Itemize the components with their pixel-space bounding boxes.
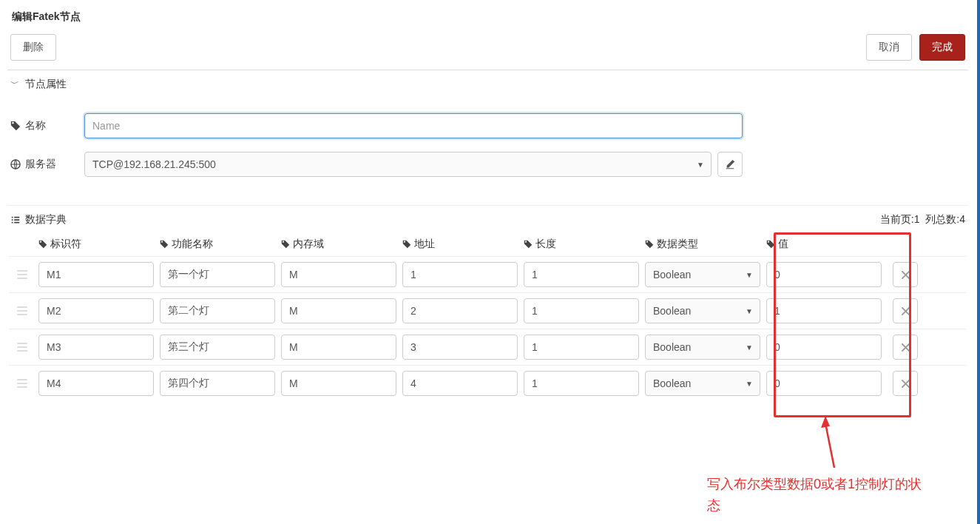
table-row: Boolean ▼ xyxy=(9,329,967,365)
identifier-input[interactable] xyxy=(38,371,154,396)
datatype-select[interactable]: Boolean xyxy=(645,371,760,396)
address-input[interactable] xyxy=(402,298,518,323)
server-select[interactable]: TCP@192.168.21.245:500 xyxy=(84,152,712,177)
datatype-select[interactable]: Boolean xyxy=(645,335,760,360)
globe-icon xyxy=(10,159,21,169)
length-input[interactable] xyxy=(524,335,639,360)
close-icon xyxy=(902,307,910,315)
toolbar: 删除 取消 完成 xyxy=(7,34,968,70)
identifier-input[interactable] xyxy=(38,335,154,360)
chevron-down-icon: ﹀ xyxy=(10,78,19,90)
grid-header: 标识符 功能名称 内存域 地址 长度 数据类型 值 xyxy=(9,232,967,256)
length-input[interactable] xyxy=(524,371,639,396)
annotation-text: 写入布尔类型数据0或者1控制灯的状态 xyxy=(707,474,929,517)
delete-row-button[interactable] xyxy=(893,335,918,360)
finish-button[interactable]: 完成 xyxy=(919,34,965,61)
tag-icon xyxy=(766,240,775,249)
tag-icon xyxy=(38,240,47,249)
tag-icon xyxy=(402,240,411,249)
memory-input[interactable] xyxy=(281,298,396,323)
address-input[interactable] xyxy=(402,371,518,396)
address-input[interactable] xyxy=(402,335,518,360)
tag-icon xyxy=(10,121,21,131)
delete-row-button[interactable] xyxy=(893,298,918,323)
name-input[interactable] xyxy=(84,113,743,138)
drag-handle[interactable] xyxy=(9,306,36,315)
edit-server-button[interactable] xyxy=(717,152,743,177)
function-name-input[interactable] xyxy=(160,335,275,360)
drag-handle[interactable] xyxy=(9,379,36,388)
drag-handle[interactable] xyxy=(9,270,36,279)
value-input[interactable] xyxy=(766,262,882,287)
value-input[interactable] xyxy=(766,335,882,360)
value-input[interactable] xyxy=(766,371,882,396)
table-row: Boolean ▼ xyxy=(9,256,967,292)
identifier-input[interactable] xyxy=(38,298,154,323)
section-node-props[interactable]: ﹀ 节点属性 xyxy=(7,70,968,100)
dialog-title: 编辑Fatek节点 xyxy=(7,4,968,34)
identifier-input[interactable] xyxy=(38,262,154,287)
list-icon xyxy=(10,215,21,225)
length-input[interactable] xyxy=(524,298,639,323)
pencil-icon xyxy=(725,159,735,169)
close-icon xyxy=(902,380,910,388)
function-name-input[interactable] xyxy=(160,371,275,396)
data-dict-title: 数据字典 xyxy=(10,213,67,226)
tag-icon xyxy=(281,240,290,249)
function-name-input[interactable] xyxy=(160,262,275,287)
value-input[interactable] xyxy=(766,298,882,323)
delete-button[interactable]: 删除 xyxy=(10,34,56,61)
section-title: 节点属性 xyxy=(25,78,67,91)
datatype-select[interactable]: Boolean xyxy=(645,262,760,287)
drag-handle[interactable] xyxy=(9,343,36,352)
memory-input[interactable] xyxy=(281,262,396,287)
cancel-button[interactable]: 取消 xyxy=(866,34,912,61)
tag-icon xyxy=(160,240,169,249)
memory-input[interactable] xyxy=(281,371,396,396)
close-icon xyxy=(902,271,910,279)
datatype-select[interactable]: Boolean xyxy=(645,298,760,323)
table-row: Boolean ▼ xyxy=(9,292,967,329)
table-row: Boolean ▼ xyxy=(9,365,967,401)
name-label: 名称 xyxy=(10,119,84,132)
tag-icon xyxy=(645,240,654,249)
close-icon xyxy=(902,343,910,352)
delete-row-button[interactable] xyxy=(893,371,918,396)
memory-input[interactable] xyxy=(281,335,396,360)
delete-row-button[interactable] xyxy=(893,262,918,287)
address-input[interactable] xyxy=(402,262,518,287)
dict-meta: 当前页:1 列总数:4 xyxy=(880,213,965,226)
tag-icon xyxy=(524,240,533,249)
function-name-input[interactable] xyxy=(160,298,275,323)
server-label: 服务器 xyxy=(10,158,84,171)
length-input[interactable] xyxy=(524,262,639,287)
